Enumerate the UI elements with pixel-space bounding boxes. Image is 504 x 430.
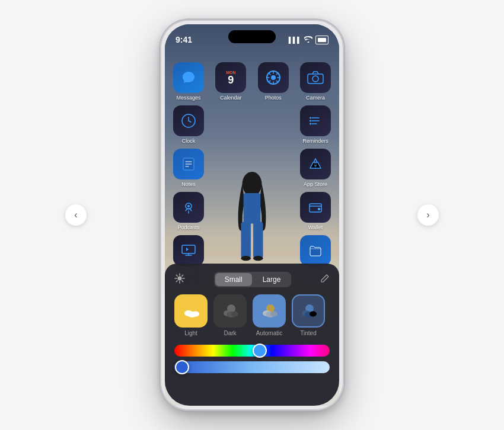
- svg-point-7: [271, 75, 276, 80]
- app-row-2: Clock: [165, 103, 339, 146]
- camera-label: Camera: [306, 95, 325, 101]
- svg-point-55: [310, 312, 317, 317]
- reminders-label: Reminders: [302, 138, 328, 144]
- app-row-3: Notes App Store: [165, 146, 339, 190]
- app-wallet[interactable]: Wallet: [300, 192, 331, 230]
- svg-point-51: [270, 312, 277, 317]
- app-podcasts[interactable]: Podcasts: [173, 192, 204, 230]
- svg-line-38: [182, 275, 183, 276]
- rainbow-slider[interactable]: [174, 345, 330, 357]
- tinted-label: Tinted: [300, 330, 316, 336]
- svg-line-39: [176, 281, 177, 282]
- variant-auto[interactable]: Automatic: [253, 294, 286, 336]
- svg-point-18: [310, 123, 311, 125]
- photos-label: Photos: [265, 95, 282, 101]
- clock-label: Clock: [182, 138, 196, 144]
- variant-dark[interactable]: Dark: [213, 294, 247, 336]
- dark-label: Dark: [224, 330, 236, 336]
- svg-point-31: [178, 277, 182, 281]
- bottom-panel: Small Large: [165, 264, 339, 406]
- photos-icon: [258, 62, 289, 93]
- next-button[interactable]: ›: [417, 204, 439, 226]
- svg-point-47: [231, 312, 238, 317]
- size-pills: Small Large: [214, 272, 292, 287]
- auto-label: Automatic: [256, 330, 282, 336]
- brightness-icon: [174, 273, 185, 286]
- app-row-1: Messages MON 9 Calendar: [165, 60, 339, 103]
- svg-line-12: [189, 121, 191, 122]
- blue-thumb[interactable]: [175, 360, 189, 374]
- iphone-screen: 9:41 ▌▌▌: [165, 24, 339, 406]
- reminders-icon: [300, 105, 331, 136]
- files-icon: [300, 235, 331, 266]
- auto-variant-icon: [253, 294, 286, 328]
- appstore-label: App Store: [304, 181, 327, 187]
- variants-row: Light Dark: [174, 294, 330, 336]
- light-variant-icon: [174, 294, 208, 328]
- app-row-4: Podcasts Wallet: [165, 190, 339, 233]
- tinted-variant-icon: [292, 294, 325, 328]
- svg-line-36: [176, 275, 177, 276]
- chevron-right-icon: ›: [426, 210, 429, 220]
- rainbow-thumb[interactable]: [253, 344, 267, 358]
- svg-point-17: [310, 120, 311, 122]
- dynamic-island: [228, 30, 276, 43]
- svg-rect-27: [318, 208, 320, 210]
- podcasts-label: Podcasts: [177, 224, 199, 230]
- size-large-pill[interactable]: Large: [253, 273, 291, 286]
- blue-slider-row: [174, 361, 330, 373]
- variant-light[interactable]: Light: [174, 294, 208, 336]
- appstore-icon: [300, 149, 331, 179]
- svg-point-16: [310, 117, 311, 119]
- chevron-left-icon: ‹: [74, 210, 77, 220]
- app-calendar[interactable]: MON 9 Calendar: [215, 62, 246, 101]
- app-appstore[interactable]: App Store: [300, 149, 331, 187]
- page-wrapper: ‹ ›: [0, 0, 504, 430]
- size-selector-row: Small Large: [174, 272, 330, 287]
- svg-line-37: [182, 281, 183, 282]
- messages-icon: [173, 62, 204, 93]
- app-clock[interactable]: Clock: [173, 105, 204, 144]
- signal-icon: ▌▌▌: [289, 37, 301, 43]
- variant-tinted[interactable]: Tinted: [292, 294, 325, 336]
- app-messages[interactable]: Messages: [173, 62, 204, 101]
- app-photos[interactable]: Photos: [258, 62, 289, 101]
- app-grid: Messages MON 9 Calendar: [165, 54, 339, 275]
- dark-variant-icon: [213, 294, 247, 328]
- app-camera[interactable]: Camera: [300, 62, 331, 101]
- app-reminders[interactable]: Reminders: [300, 105, 331, 144]
- app-notes[interactable]: Notes: [173, 149, 204, 187]
- status-time: 9:41: [176, 35, 192, 44]
- notes-label: Notes: [181, 181, 196, 187]
- svg-point-43: [192, 312, 199, 317]
- rainbow-slider-row: [174, 345, 330, 357]
- battery-icon: [315, 36, 328, 44]
- status-icons: ▌▌▌: [289, 36, 328, 44]
- svg-point-9: [312, 76, 318, 82]
- wallet-label: Wallet: [308, 224, 323, 230]
- calendar-icon: MON 9: [215, 62, 246, 93]
- wifi-icon: [304, 36, 312, 44]
- tv-icon: [173, 235, 204, 266]
- clock-icon: [173, 105, 204, 136]
- svg-point-24: [187, 205, 190, 207]
- camera-icon: [300, 62, 331, 93]
- wallet-icon: [300, 192, 331, 223]
- podcasts-icon: [173, 192, 204, 223]
- blue-slider[interactable]: [174, 361, 330, 373]
- iphone-frame: 9:41 ▌▌▌: [160, 20, 344, 410]
- messages-label: Messages: [176, 95, 200, 101]
- light-label: Light: [184, 330, 197, 336]
- calendar-label: Calendar: [220, 95, 242, 101]
- size-small-pill[interactable]: Small: [215, 273, 252, 286]
- notes-icon: [173, 149, 204, 179]
- prev-button[interactable]: ‹: [65, 204, 87, 226]
- pencil-icon[interactable]: [320, 274, 330, 285]
